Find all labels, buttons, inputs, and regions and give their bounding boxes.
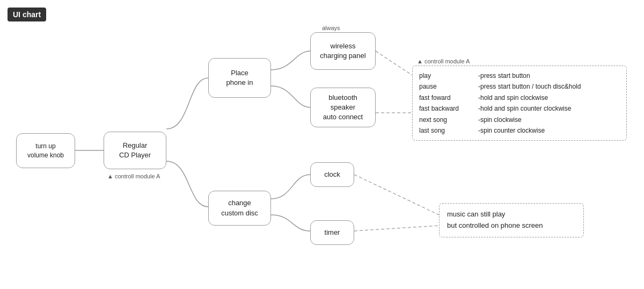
bluetooth-speaker-node: bluetooth speaker auto connect [310,88,376,127]
control-row-label: next song [419,114,478,125]
control-row-value: -hold and spin counter clockwise [478,103,620,114]
control-row-value: -press start button / touch disc&hold [478,81,620,92]
control-row-value: -spin clockwise [478,114,620,125]
change-disc-node: change custom disc [208,191,271,226]
control-row-value: -spin counter clockwise [478,125,620,136]
turn-up-volume-node: turn up volume knob [16,133,75,168]
svg-line-3 [354,175,439,215]
cd-player-node: Regular CD Player [104,132,166,169]
svg-line-4 [354,226,439,231]
always-label: always [322,25,340,31]
wireless-charging-node: wireless charging panel [310,32,376,70]
control-table: play-press start buttonpause-press start… [419,70,620,136]
control-row-label: fast backward [419,103,478,114]
svg-line-1 [376,51,412,75]
timer-node: timer [310,220,354,245]
control-module-bottom-label: ▲ controll module A [107,173,160,179]
control-row-label: play [419,70,478,81]
control-row-label: last song [419,125,478,136]
clock-node: clock [310,162,354,187]
control-row-label: fast foward [419,92,478,103]
control-row-value: -press start button [478,70,620,81]
control-module-top-label: ▲ controll module A [417,58,470,64]
music-info-box: music can still play but controlled on p… [439,203,584,237]
control-row-value: -hold and spin clockwise [478,92,620,103]
place-phone-node: Place phone in [208,58,271,98]
control-row-label: pause [419,81,478,92]
control-info-box: play-press start buttonpause-press start… [412,66,627,141]
